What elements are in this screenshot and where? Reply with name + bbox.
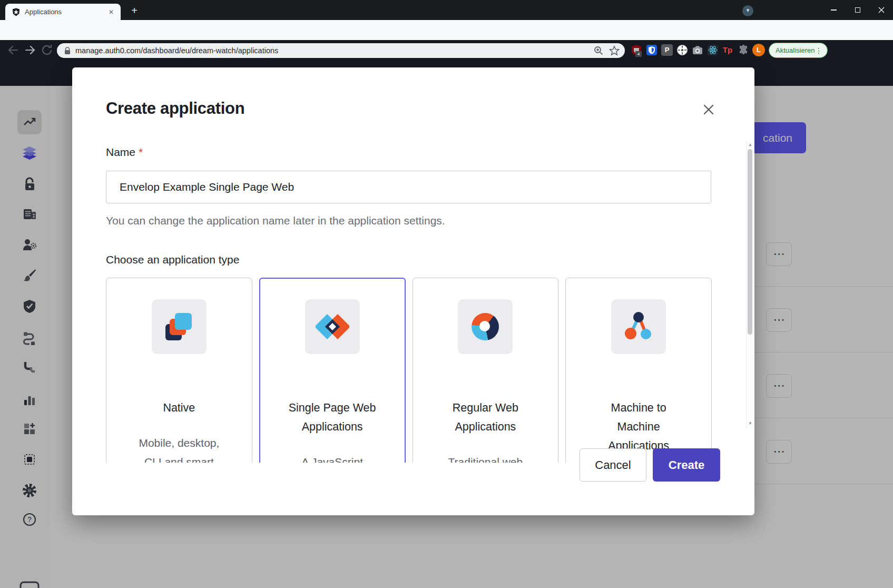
ublock-badge: 4 — [635, 51, 642, 57]
scroll-up-icon[interactable]: ▲ — [747, 142, 754, 147]
type-card-regular-web[interactable]: Regular Web Applications Traditional web — [413, 278, 559, 463]
lock-icon — [64, 47, 71, 55]
required-asterisk: * — [139, 146, 143, 158]
bookmark-star-icon[interactable] — [609, 45, 620, 56]
application-type-cards: Native Mobile, desktop, CLI and smart Si… — [106, 278, 712, 463]
browser-titlebar: Applications ✕ + ▾ — [0, 0, 893, 20]
window-minimize-button[interactable] — [822, 0, 846, 20]
browser-toolbar: manage.auth0.com/dashboard/eu/dream-watc… — [0, 20, 893, 40]
tp-extension-icon[interactable]: Tp — [722, 44, 733, 56]
reload-icon[interactable] — [41, 44, 53, 56]
type-card-spa[interactable]: Single Page Web Applications A JavaScrip… — [259, 278, 406, 463]
react-devtools-extension-icon[interactable] — [707, 44, 719, 56]
screen: dream-watch ▾ Discuss your needs Docs — [0, 0, 893, 588]
browser-menu-kebab-icon[interactable]: ⋮ — [815, 46, 822, 55]
type-card-title: Native — [122, 398, 236, 417]
modal-scrollbar-thumb[interactable] — [748, 149, 752, 335]
name-field-label: Name* — [106, 146, 143, 159]
name-helper-text: You can change the application name late… — [106, 214, 445, 227]
cancel-button[interactable]: Cancel — [580, 448, 646, 482]
tab-close-icon[interactable]: ✕ — [107, 8, 115, 16]
p-extension-icon[interactable]: P — [661, 44, 673, 56]
tab-title: Applications — [25, 8, 107, 16]
bitwarden-extension-icon[interactable] — [646, 44, 658, 56]
type-card-title: Regular Web Applications — [429, 398, 543, 436]
tab-search-icon[interactable]: ▾ — [742, 5, 753, 16]
create-button[interactable]: Create — [653, 448, 720, 482]
locator-extension-icon[interactable] — [676, 44, 688, 56]
type-card-description: Traditional web — [429, 453, 543, 463]
camera-extension-icon[interactable] — [692, 44, 703, 56]
zoom-icon[interactable] — [593, 45, 604, 56]
application-name-input[interactable] — [106, 171, 711, 203]
regular-web-app-icon — [458, 299, 513, 354]
forward-icon[interactable] — [24, 44, 36, 56]
modal-title: Create application — [106, 99, 244, 118]
m2m-app-icon — [611, 299, 666, 354]
window-maximize-button[interactable] — [846, 0, 869, 20]
spa-app-icon — [305, 299, 360, 354]
type-card-description: Mobile, desktop, CLI and smart — [122, 434, 236, 463]
type-card-native[interactable]: Native Mobile, desktop, CLI and smart — [106, 278, 252, 463]
browser-update-button[interactable]: Aktualisieren ⋮ — [769, 43, 828, 58]
close-icon[interactable] — [700, 101, 717, 118]
create-application-modal: Create application Name* You can change … — [72, 67, 754, 515]
tab-favicon-auth0-icon — [12, 8, 20, 16]
native-app-icon — [152, 299, 207, 354]
browser-tab[interactable]: Applications ✕ — [5, 4, 121, 20]
type-card-title: Single Page Web Applications — [276, 398, 389, 436]
back-icon[interactable] — [7, 44, 19, 56]
type-card-description: A JavaScript — [276, 453, 389, 463]
application-type-label: Choose an application type — [106, 253, 239, 266]
update-label: Aktualisieren — [776, 46, 815, 54]
modal-scrollbar[interactable]: ▲ ▼ — [746, 141, 753, 428]
new-tab-button[interactable]: + — [128, 5, 141, 17]
browser-profile-avatar[interactable]: L — [752, 44, 765, 56]
scroll-down-icon[interactable]: ▼ — [747, 421, 754, 426]
type-card-title: Machine to Machine Applications — [582, 398, 695, 455]
address-bar[interactable]: manage.auth0.com/dashboard/eu/dream-watc… — [57, 43, 625, 58]
window-close-button[interactable] — [869, 0, 893, 20]
extensions-puzzle-icon[interactable] — [738, 44, 749, 56]
type-card-m2m[interactable]: Machine to Machine Applications — [565, 278, 712, 463]
url-text: manage.auth0.com/dashboard/eu/dream-watc… — [75, 46, 593, 55]
